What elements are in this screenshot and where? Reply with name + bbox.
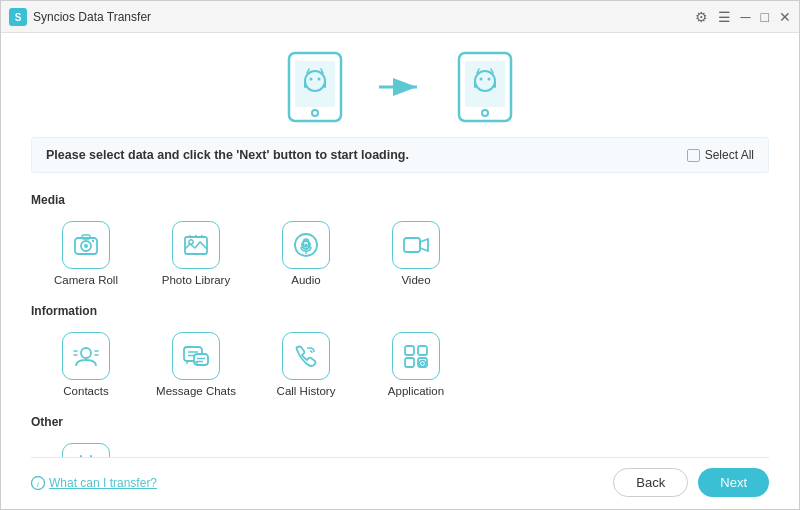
- item-contacts[interactable]: Contacts: [31, 324, 141, 405]
- settings-icon[interactable]: ⚙: [695, 9, 708, 25]
- category-media-label: Media: [31, 193, 769, 207]
- item-message-chats[interactable]: Message Chats: [141, 324, 251, 405]
- message-chats-label: Message Chats: [156, 385, 236, 397]
- app-logo-icon: S: [9, 8, 27, 26]
- svg-point-18: [480, 78, 483, 81]
- camera-roll-icon: [72, 231, 100, 259]
- video-icon-wrap: [392, 221, 440, 269]
- svg-rect-53: [405, 346, 414, 355]
- minimize-icon[interactable]: ─: [741, 9, 751, 25]
- call-history-icon-wrap: [282, 332, 330, 380]
- item-photo-library[interactable]: Photo Library: [141, 213, 251, 294]
- call-history-icon: [292, 342, 320, 370]
- video-label: Video: [401, 274, 430, 286]
- menu-icon[interactable]: ☰: [718, 9, 731, 25]
- video-icon: [402, 231, 430, 259]
- back-button[interactable]: Back: [613, 468, 688, 497]
- audio-icon-wrap: [282, 221, 330, 269]
- svg-marker-40: [420, 239, 428, 251]
- svg-rect-3: [295, 61, 335, 107]
- photo-library-icon-wrap: [172, 221, 220, 269]
- svg-point-26: [84, 244, 88, 248]
- window-controls[interactable]: ⚙ ☰ ─ □ ✕: [695, 9, 791, 25]
- info-icon: i: [31, 476, 45, 490]
- calendar-icon-wrap: [62, 443, 110, 457]
- svg-rect-27: [82, 235, 90, 239]
- item-audio[interactable]: Audio: [251, 213, 361, 294]
- svg-rect-55: [405, 358, 414, 367]
- next-button[interactable]: Next: [698, 468, 769, 497]
- svg-point-16: [482, 110, 488, 116]
- select-all-button[interactable]: Select All: [687, 148, 754, 162]
- svg-rect-15: [465, 61, 505, 107]
- svg-point-28: [92, 240, 94, 242]
- footer-buttons: Back Next: [613, 468, 769, 497]
- title-bar-left: S Syncios Data Transfer: [9, 8, 151, 26]
- photo-library-label: Photo Library: [162, 274, 230, 286]
- information-items-grid: Contacts Message Chats: [31, 324, 769, 405]
- application-icon-wrap: [392, 332, 440, 380]
- svg-rect-49: [194, 354, 208, 365]
- application-label: Application: [388, 385, 444, 397]
- svg-point-19: [488, 78, 491, 81]
- data-categories-scroll[interactable]: Media Camera Roll: [31, 177, 769, 457]
- svg-text:i: i: [37, 479, 39, 488]
- category-other-label: Other: [31, 415, 769, 429]
- svg-text:S: S: [15, 12, 22, 23]
- item-call-history[interactable]: Call History: [251, 324, 361, 405]
- item-calendar[interactable]: Calendar: [31, 435, 141, 457]
- other-items-grid: Calendar: [31, 435, 769, 457]
- select-all-checkbox[interactable]: [687, 149, 700, 162]
- item-application[interactable]: Application: [361, 324, 471, 405]
- what-can-transfer-text: What can I transfer?: [49, 476, 157, 490]
- category-information-label: Information: [31, 304, 769, 318]
- contacts-label: Contacts: [63, 385, 108, 397]
- select-all-label: Select All: [705, 148, 754, 162]
- message-chats-icon-wrap: [172, 332, 220, 380]
- camera-roll-icon-wrap: [62, 221, 110, 269]
- application-icon: [402, 342, 430, 370]
- svg-rect-39: [404, 238, 420, 252]
- media-items-grid: Camera Roll Photo Library: [31, 213, 769, 294]
- audio-label: Audio: [291, 274, 320, 286]
- svg-point-6: [310, 78, 313, 81]
- source-phone-icon: [285, 51, 345, 123]
- svg-point-41: [81, 348, 91, 358]
- photo-library-icon: [182, 231, 210, 259]
- title-bar: S Syncios Data Transfer ⚙ ☰ ─ □ ✕: [1, 1, 799, 33]
- maximize-icon[interactable]: □: [761, 9, 769, 25]
- destination-phone-icon: [455, 51, 515, 123]
- footer: i What can I transfer? Back Next: [31, 457, 769, 509]
- camera-roll-label: Camera Roll: [54, 274, 118, 286]
- transfer-arrow-icon: [375, 72, 425, 102]
- message-chats-icon: [182, 342, 210, 370]
- svg-point-30: [189, 240, 193, 244]
- svg-point-7: [318, 78, 321, 81]
- svg-rect-54: [418, 346, 427, 355]
- contacts-icon-wrap: [62, 332, 110, 380]
- audio-icon: [292, 231, 320, 259]
- main-content: Please select data and click the 'Next' …: [1, 33, 799, 509]
- instruction-bar: Please select data and click the 'Next' …: [31, 137, 769, 173]
- contacts-icon: [72, 342, 100, 370]
- item-video[interactable]: Video: [361, 213, 471, 294]
- instruction-text: Please select data and click the 'Next' …: [46, 148, 409, 162]
- call-history-label: Call History: [277, 385, 336, 397]
- transfer-header: [31, 33, 769, 137]
- app-title: Syncios Data Transfer: [33, 10, 151, 24]
- close-icon[interactable]: ✕: [779, 9, 791, 25]
- svg-point-4: [312, 110, 318, 116]
- what-can-transfer-link[interactable]: i What can I transfer?: [31, 476, 157, 490]
- item-camera-roll[interactable]: Camera Roll: [31, 213, 141, 294]
